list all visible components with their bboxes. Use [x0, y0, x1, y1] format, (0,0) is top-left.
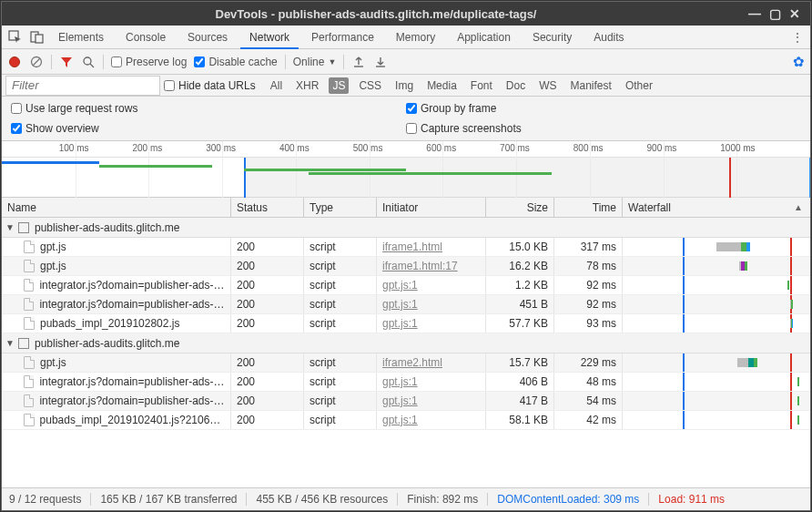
type-filter-media[interactable]: Media: [423, 77, 461, 94]
disable-cache-checkbox[interactable]: Disable cache: [194, 56, 277, 68]
frame-label: publisher-ads-audits.glitch.me: [35, 221, 179, 234]
frame-icon: [18, 222, 29, 233]
group-by-frame-checkbox[interactable]: Group by frame: [406, 102, 801, 115]
col-size[interactable]: Size: [486, 198, 554, 217]
maximize-button[interactable]: ▢: [765, 6, 785, 21]
type-filter-manifest[interactable]: Manifest: [567, 77, 615, 94]
show-overview-checkbox[interactable]: Show overview: [11, 122, 406, 135]
type-filter-js[interactable]: JS: [329, 77, 349, 94]
devtools-window: DevTools - publisher-ads-audits.glitch.m…: [1, 1, 811, 511]
request-name: integrator.js?domain=publisher-ads-au…: [39, 279, 225, 292]
frame-group[interactable]: ▼publisher-ads-audits.glitch.me: [2, 218, 810, 238]
request-size: 15.7 KB: [486, 353, 554, 372]
type-filter-all[interactable]: All: [267, 77, 286, 94]
tab-memory[interactable]: Memory: [385, 26, 446, 48]
tab-application[interactable]: Application: [446, 26, 522, 48]
request-size: 57.7 KB: [486, 314, 554, 333]
requests-grid: Name Status Type Initiator Size Time Wat…: [2, 198, 810, 488]
request-type: script: [304, 276, 377, 294]
initiator-link[interactable]: iframe2.html: [382, 356, 442, 369]
request-status: 200: [231, 373, 304, 391]
type-filter-css[interactable]: CSS: [355, 77, 385, 94]
filter-input[interactable]: [5, 76, 160, 96]
col-name[interactable]: Name: [2, 198, 231, 217]
hide-data-urls-checkbox[interactable]: Hide data URLs: [164, 79, 256, 92]
timeline-tick: 800 ms: [573, 143, 604, 153]
col-type[interactable]: Type: [304, 198, 377, 217]
tab-security[interactable]: Security: [522, 26, 583, 48]
request-name: pubads_impl_2019102401.js?21065030: [40, 414, 225, 426]
use-large-rows-checkbox[interactable]: Use large request rows: [11, 102, 406, 115]
request-row[interactable]: gpt.js200scriptiframe1.html15.0 KB317 ms: [2, 238, 810, 257]
request-name: gpt.js: [40, 260, 66, 272]
tab-audits[interactable]: Audits: [583, 26, 634, 48]
waterfall-bar: [628, 314, 805, 333]
tab-network[interactable]: Network: [239, 26, 300, 48]
initiator-link[interactable]: iframe1.html: [382, 241, 442, 253]
waterfall-bar: [628, 353, 805, 372]
request-row[interactable]: pubads_impl_2019102802.js200scriptgpt.js…: [2, 314, 810, 333]
request-time: 229 ms: [554, 353, 623, 372]
request-time: 42 ms: [554, 411, 623, 429]
initiator-link[interactable]: gpt.js:1: [382, 414, 418, 426]
more-tabs-icon[interactable]: ⋮: [787, 26, 808, 48]
chevron-down-icon: ▼: [5, 222, 15, 232]
minimize-button[interactable]: —: [745, 6, 765, 21]
request-time: 317 ms: [554, 238, 623, 256]
initiator-link[interactable]: gpt.js:1: [382, 317, 418, 330]
col-waterfall[interactable]: Waterfall▲: [623, 198, 810, 217]
network-toolbar: Preserve log Disable cache Online ▼ ✿: [2, 49, 810, 75]
request-type: script: [304, 238, 377, 256]
svg-line-6: [90, 64, 94, 67]
request-status: 200: [231, 314, 304, 333]
tab-console[interactable]: Console: [115, 26, 177, 48]
clear-icon[interactable]: [29, 55, 44, 69]
timeline-tick: 400 ms: [279, 143, 310, 153]
search-icon[interactable]: [81, 55, 96, 69]
col-status[interactable]: Status: [231, 198, 304, 217]
file-icon: [24, 394, 34, 407]
initiator-link[interactable]: gpt.js:1: [382, 298, 418, 311]
type-filter-font[interactable]: Font: [467, 77, 496, 94]
request-row[interactable]: gpt.js200scriptiframe1.html:1716.2 KB78 …: [2, 257, 810, 276]
col-initiator[interactable]: Initiator: [377, 198, 486, 217]
close-button[interactable]: ✕: [785, 6, 805, 21]
inspect-element-icon[interactable]: [4, 26, 25, 48]
overview-timeline[interactable]: 100 ms200 ms300 ms400 ms500 ms600 ms700 …: [2, 141, 810, 198]
upload-har-icon[interactable]: [351, 55, 366, 69]
file-icon: [24, 241, 35, 253]
capture-screenshots-checkbox[interactable]: Capture screenshots: [406, 122, 801, 135]
initiator-link[interactable]: gpt.js:1: [382, 394, 418, 407]
device-toggle-icon[interactable]: [25, 26, 47, 48]
filter-icon[interactable]: [59, 55, 74, 69]
disable-cache-label: Disable cache: [208, 56, 277, 68]
request-row[interactable]: integrator.js?domain=publisher-ads-au…20…: [2, 295, 810, 314]
type-filter-ws[interactable]: WS: [535, 77, 560, 94]
grid-header: Name Status Type Initiator Size Time Wat…: [2, 198, 810, 218]
initiator-link[interactable]: gpt.js:1: [382, 279, 418, 292]
initiator-link[interactable]: iframe1.html:17: [382, 260, 458, 272]
file-icon: [24, 260, 35, 272]
settings-gear-icon[interactable]: ✿: [793, 54, 805, 70]
col-time[interactable]: Time: [554, 198, 623, 217]
preserve-log-checkbox[interactable]: Preserve log: [111, 56, 187, 68]
download-har-icon[interactable]: [373, 55, 388, 69]
initiator-link[interactable]: gpt.js:1: [382, 375, 418, 388]
request-row[interactable]: integrator.js?domain=publisher-ads-au…20…: [2, 392, 810, 411]
record-button[interactable]: [7, 55, 22, 69]
frame-group[interactable]: ▼publisher-ads-audits.glitch.me: [2, 333, 810, 353]
request-row[interactable]: integrator.js?domain=publisher-ads-au…20…: [2, 373, 810, 392]
type-filter-img[interactable]: Img: [391, 77, 417, 94]
tab-elements[interactable]: Elements: [47, 26, 115, 48]
tab-sources[interactable]: Sources: [177, 26, 239, 48]
request-row[interactable]: gpt.js200scriptiframe2.html15.7 KB229 ms: [2, 353, 810, 373]
type-filter-xhr[interactable]: XHR: [292, 77, 322, 94]
status-requests: 9 / 12 requests: [9, 493, 81, 506]
throttling-select[interactable]: Online ▼: [293, 56, 337, 68]
request-row[interactable]: integrator.js?domain=publisher-ads-au…20…: [2, 276, 810, 295]
capture-screenshots-label: Capture screenshots: [421, 122, 522, 135]
request-row[interactable]: pubads_impl_2019102401.js?21065030200scr…: [2, 411, 810, 430]
type-filter-other[interactable]: Other: [622, 77, 656, 94]
tab-performance[interactable]: Performance: [300, 26, 385, 48]
type-filter-doc[interactable]: Doc: [502, 77, 529, 94]
